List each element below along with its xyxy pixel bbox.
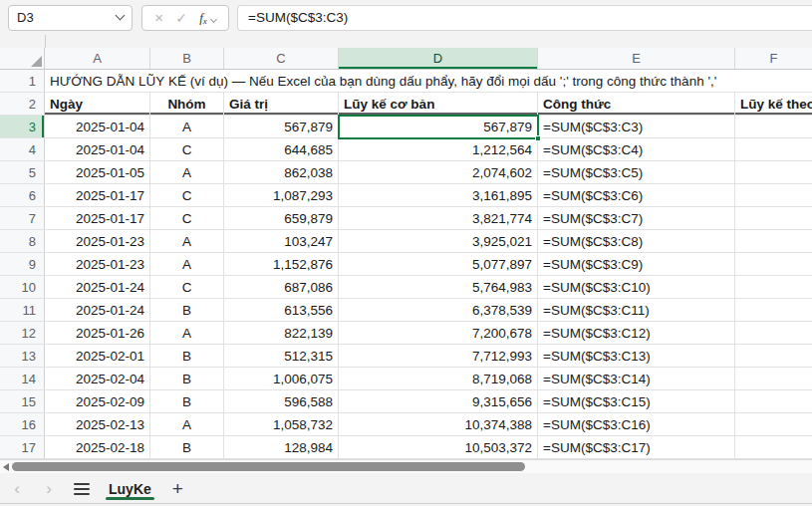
header-nhom[interactable]: Nhóm <box>150 93 224 115</box>
formula-cell[interactable]: =SUM($C$3:C12) <box>538 322 735 344</box>
column-header-b[interactable]: B <box>150 48 224 69</box>
group-cell[interactable]: B <box>150 390 224 412</box>
formula-cell[interactable]: =SUM($C$3:C7) <box>538 207 735 229</box>
formula-cell[interactable]: =SUM($C$3:C17) <box>538 436 735 458</box>
formula-cell[interactable]: =SUM($C$3:C5) <box>538 161 735 183</box>
cumulative-cell[interactable]: 10,374,388 <box>339 413 538 435</box>
date-cell[interactable]: 2025-02-01 <box>45 345 150 367</box>
row-header[interactable]: 9 <box>0 253 45 275</box>
cumulative-cell[interactable]: 3,925,021 <box>339 230 538 252</box>
group-cell[interactable]: C <box>150 207 224 229</box>
cumulative-cell[interactable]: 7,712,993 <box>339 345 538 367</box>
group-cell[interactable]: A <box>150 230 224 252</box>
empty-cell[interactable] <box>735 207 812 229</box>
cumulative-cell[interactable]: 6,378,539 <box>339 299 538 321</box>
fill-handle[interactable] <box>535 135 541 141</box>
header-ngay[interactable]: Ngày <box>45 93 150 115</box>
cumulative-cell[interactable]: 1,212,564 <box>339 138 538 160</box>
value-cell[interactable]: 567,879 <box>224 116 339 137</box>
cumulative-cell[interactable]: 2,074,602 <box>339 161 538 183</box>
group-cell[interactable]: B <box>150 368 224 389</box>
value-cell[interactable]: 1,087,293 <box>224 184 339 206</box>
group-cell[interactable]: A <box>150 253 224 275</box>
cumulative-cell[interactable]: 5,077,897 <box>339 253 538 275</box>
empty-cell[interactable] <box>735 138 812 160</box>
row-header[interactable]: 8 <box>0 230 45 252</box>
column-header-e[interactable]: E <box>538 48 735 69</box>
date-cell[interactable]: 2025-01-17 <box>45 207 150 229</box>
cumulative-cell[interactable]: 8,719,068 <box>339 368 538 389</box>
prev-sheet-button[interactable]: ‹ <box>8 480 26 497</box>
empty-cell[interactable] <box>735 161 812 183</box>
header-luy-ke-co-ban[interactable]: Lũy kế cơ bản <box>339 93 538 115</box>
row-header[interactable]: 4 <box>0 138 45 160</box>
formula-cell[interactable]: =SUM($C$3:C11) <box>538 299 735 321</box>
value-cell[interactable]: 862,038 <box>224 161 339 183</box>
row-header[interactable]: 3 <box>0 116 45 137</box>
group-cell[interactable]: C <box>150 184 224 206</box>
group-cell[interactable]: B <box>150 345 224 367</box>
date-cell[interactable]: 2025-02-09 <box>45 390 150 412</box>
column-header-f[interactable]: F <box>735 48 812 69</box>
value-cell[interactable]: 822,139 <box>224 322 339 344</box>
group-cell[interactable]: C <box>150 276 224 298</box>
value-cell[interactable]: 644,685 <box>224 138 339 160</box>
cumulative-cell[interactable]: 10,503,372 <box>339 436 538 458</box>
empty-cell[interactable] <box>735 253 812 275</box>
group-cell[interactable]: B <box>150 436 224 458</box>
cancel-icon[interactable]: × <box>154 10 163 25</box>
value-cell[interactable]: 596,588 <box>224 390 339 412</box>
column-header-c[interactable]: C <box>224 48 339 69</box>
next-sheet-button[interactable]: › <box>40 480 58 497</box>
row-header[interactable]: 15 <box>0 390 45 412</box>
row-header[interactable]: 1 <box>0 70 45 92</box>
group-cell[interactable]: A <box>150 413 224 435</box>
group-cell[interactable]: C <box>150 138 224 160</box>
row-header[interactable]: 10 <box>0 276 45 298</box>
header-gia-tri[interactable]: Giá trị <box>224 93 339 115</box>
header-luy-ke-theo[interactable]: Lũy kế theo <box>735 93 812 115</box>
value-cell[interactable]: 103,247 <box>224 230 339 252</box>
empty-cell[interactable] <box>735 345 812 367</box>
formula-cell[interactable]: =SUM($C$3:C8) <box>538 230 735 252</box>
empty-cell[interactable] <box>735 184 812 206</box>
column-header-d[interactable]: D <box>339 48 538 69</box>
cumulative-cell[interactable]: 3,821,774 <box>339 207 538 229</box>
date-cell[interactable]: 2025-01-23 <box>45 253 150 275</box>
row-header[interactable]: 12 <box>0 322 45 344</box>
empty-cell[interactable] <box>735 390 812 412</box>
row-header[interactable]: 17 <box>0 436 45 458</box>
tab-luyke[interactable]: LuyKe <box>106 473 154 504</box>
scroll-left-arrow-icon[interactable] <box>3 463 9 471</box>
empty-cell[interactable] <box>735 368 812 389</box>
empty-cell[interactable] <box>735 299 812 321</box>
formula-cell[interactable]: =SUM($C$3:C14) <box>538 368 735 389</box>
date-cell[interactable]: 2025-01-26 <box>45 322 150 344</box>
cumulative-cell[interactable]: 3,161,895 <box>339 184 538 206</box>
value-cell[interactable]: 1,058,732 <box>224 413 339 435</box>
value-cell[interactable]: 128,984 <box>224 436 339 458</box>
enter-icon[interactable]: ✓ <box>175 11 187 25</box>
formula-cell[interactable]: =SUM($C$3:C9) <box>538 253 735 275</box>
empty-cell[interactable] <box>735 116 812 137</box>
name-box[interactable]: D3 <box>8 5 133 31</box>
empty-cell[interactable] <box>735 322 812 344</box>
empty-cell[interactable] <box>735 436 812 458</box>
add-sheet-button[interactable]: + <box>172 479 183 498</box>
header-cong-thuc[interactable]: Công thức <box>538 93 735 115</box>
cumulative-cell[interactable]: 5,764,983 <box>339 276 538 298</box>
date-cell[interactable]: 2025-01-23 <box>45 230 150 252</box>
row-header[interactable]: 7 <box>0 207 45 229</box>
date-cell[interactable]: 2025-02-18 <box>45 436 150 458</box>
date-cell[interactable]: 2025-01-24 <box>45 276 150 298</box>
value-cell[interactable]: 1,152,876 <box>224 253 339 275</box>
date-cell[interactable]: 2025-01-04 <box>45 138 150 160</box>
value-cell[interactable]: 613,556 <box>224 299 339 321</box>
empty-cell[interactable] <box>735 276 812 298</box>
row-header[interactable]: 5 <box>0 161 45 183</box>
value-cell[interactable]: 659,879 <box>224 207 339 229</box>
select-all-corner[interactable] <box>0 48 45 69</box>
formula-cell[interactable]: =SUM($C$3:C3) <box>538 116 735 137</box>
formula-cell[interactable]: =SUM($C$3:C4) <box>538 138 735 160</box>
group-cell[interactable]: A <box>150 116 224 137</box>
